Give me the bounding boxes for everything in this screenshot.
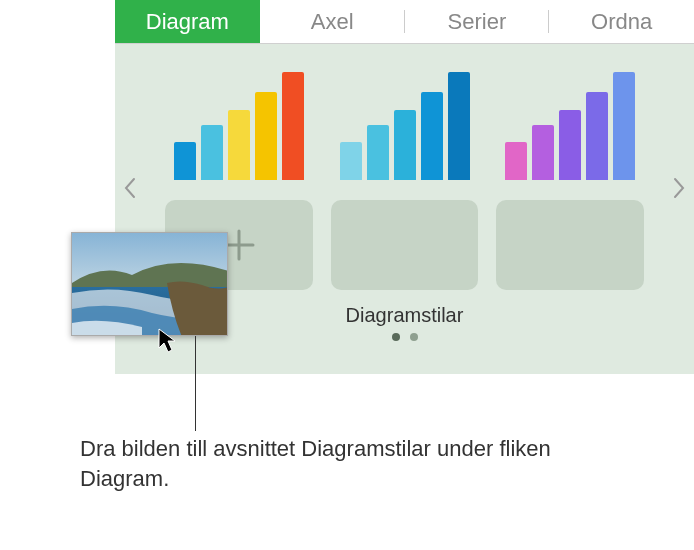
bar [201,125,223,180]
bar [394,110,416,180]
bar [613,72,635,180]
bar [559,110,581,180]
bar [282,72,304,180]
style-slots-row [165,200,644,290]
style-slot-empty[interactable] [331,200,479,290]
tab-serier[interactable]: Serier [405,0,550,43]
chart-style-3[interactable] [496,72,644,180]
callout-line [195,336,196,431]
style-nav-prev[interactable] [120,174,140,206]
bar [505,142,527,180]
chart-style-2[interactable] [331,72,479,180]
bar [586,92,608,180]
tab-bar: Diagram Axel Serier Ordna [115,0,694,44]
tab-ordna[interactable]: Ordna [549,0,694,43]
bar [228,110,250,180]
chart-style-1[interactable] [165,72,313,180]
instruction-caption: Dra bilden till avsnittet Diagramstilar … [80,434,600,493]
dragged-image-thumbnail[interactable] [71,232,228,336]
bar [255,92,277,180]
page-dot-1[interactable] [392,333,400,341]
style-previews-row [165,72,644,180]
bar [367,125,389,180]
page-dot-2[interactable] [410,333,418,341]
bar [421,92,443,180]
bar [448,72,470,180]
style-slot-empty[interactable] [496,200,644,290]
bar [532,125,554,180]
bar [340,142,362,180]
cursor-icon [158,328,180,358]
tab-axel[interactable]: Axel [260,0,405,43]
style-nav-next[interactable] [669,174,689,206]
tab-diagram[interactable]: Diagram [115,0,260,43]
bar [174,142,196,180]
